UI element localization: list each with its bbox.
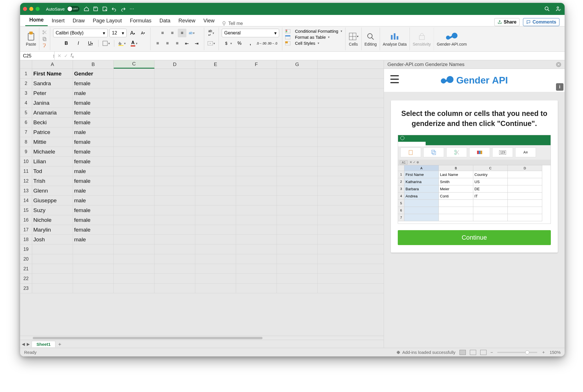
cell[interactable]: Peter bbox=[32, 88, 73, 98]
cell[interactable]: First Name bbox=[32, 69, 73, 78]
autosave-toggle[interactable]: OFF bbox=[67, 6, 80, 12]
cell[interactable] bbox=[114, 79, 155, 88]
cell[interactable] bbox=[114, 225, 155, 234]
cancel-icon[interactable]: ✕ bbox=[57, 53, 61, 59]
cell[interactable] bbox=[236, 254, 277, 264]
row-header[interactable]: 13 bbox=[20, 186, 32, 195]
cell[interactable] bbox=[155, 79, 195, 88]
cell[interactable] bbox=[155, 186, 195, 195]
close-icon[interactable]: ✕ bbox=[556, 62, 561, 67]
cell[interactable] bbox=[195, 166, 236, 176]
cell[interactable] bbox=[114, 205, 155, 215]
cell[interactable] bbox=[32, 264, 73, 273]
row-header[interactable]: 7 bbox=[20, 127, 32, 137]
cell[interactable] bbox=[236, 108, 277, 117]
format-painter-icon[interactable] bbox=[42, 43, 47, 48]
cell[interactable] bbox=[195, 157, 236, 166]
cell[interactable]: male bbox=[73, 127, 114, 137]
cell[interactable] bbox=[155, 274, 195, 283]
cell[interactable]: Patrice bbox=[32, 127, 73, 137]
cell[interactable] bbox=[277, 215, 318, 225]
cell[interactable]: female bbox=[73, 147, 114, 156]
tab-page-layout[interactable]: Page Layout bbox=[89, 15, 126, 26]
bold-icon[interactable]: B bbox=[62, 39, 71, 48]
cell[interactable] bbox=[155, 264, 195, 273]
cell[interactable] bbox=[277, 254, 318, 264]
cell[interactable] bbox=[236, 176, 277, 186]
gender-api-ribbon[interactable]: Gender-API.com bbox=[434, 28, 470, 50]
tab-data[interactable]: Data bbox=[155, 15, 174, 26]
editing-group[interactable]: Editing bbox=[362, 28, 380, 50]
col-header-D[interactable]: D bbox=[155, 60, 195, 69]
cell[interactable] bbox=[236, 274, 277, 283]
cell[interactable]: male bbox=[73, 88, 114, 98]
cell[interactable] bbox=[236, 166, 277, 176]
cell[interactable] bbox=[114, 98, 155, 108]
cell[interactable]: Giuseppe bbox=[32, 196, 73, 205]
cell[interactable] bbox=[277, 108, 318, 117]
copy-icon[interactable] bbox=[42, 36, 47, 41]
cell[interactable] bbox=[277, 137, 318, 147]
comments-button[interactable]: Comments bbox=[523, 18, 559, 26]
tab-view[interactable]: View bbox=[199, 15, 219, 26]
cell[interactable] bbox=[195, 118, 236, 127]
continue-button[interactable]: Continue bbox=[398, 230, 551, 245]
row-header[interactable]: 22 bbox=[20, 274, 32, 283]
cell[interactable]: Michaele bbox=[32, 147, 73, 156]
row-header[interactable]: 5 bbox=[20, 108, 32, 117]
cell[interactable] bbox=[195, 274, 236, 283]
cell[interactable] bbox=[195, 147, 236, 156]
hscrollbar[interactable] bbox=[20, 336, 384, 340]
sheet-tab[interactable]: Sheet1 bbox=[32, 341, 55, 347]
cell-styles[interactable]: Cell Styles bbox=[285, 41, 319, 46]
wrap-text-icon[interactable]: ab↵ bbox=[207, 29, 216, 37]
cell[interactable] bbox=[155, 176, 195, 186]
cell[interactable] bbox=[277, 205, 318, 215]
row-header[interactable]: 14 bbox=[20, 196, 32, 205]
cell[interactable] bbox=[114, 274, 155, 283]
search-icon[interactable] bbox=[544, 6, 550, 12]
cell[interactable] bbox=[195, 205, 236, 215]
shrink-font-icon[interactable]: A▾ bbox=[139, 29, 147, 37]
cell[interactable]: Sandra bbox=[32, 79, 73, 88]
cell[interactable] bbox=[195, 225, 236, 234]
tab-home[interactable]: Home bbox=[25, 15, 48, 26]
cell[interactable] bbox=[236, 147, 277, 156]
comma-icon[interactable]: , bbox=[246, 39, 255, 48]
cell[interactable] bbox=[236, 157, 277, 166]
cell[interactable] bbox=[236, 196, 277, 205]
cell[interactable]: female bbox=[73, 137, 114, 147]
cell[interactable] bbox=[114, 147, 155, 156]
cell[interactable] bbox=[195, 196, 236, 205]
cell[interactable] bbox=[155, 284, 195, 293]
cell[interactable] bbox=[32, 274, 73, 283]
share-button[interactable]: Share bbox=[494, 18, 520, 26]
cell[interactable] bbox=[277, 166, 318, 176]
info-icon[interactable]: i bbox=[556, 83, 563, 91]
cell[interactable] bbox=[73, 284, 114, 293]
view-normal-icon[interactable] bbox=[460, 350, 466, 355]
cell[interactable] bbox=[114, 186, 155, 195]
cell[interactable] bbox=[236, 205, 277, 215]
percent-icon[interactable]: % bbox=[235, 39, 244, 48]
cell[interactable] bbox=[236, 186, 277, 195]
cell[interactable] bbox=[114, 235, 155, 244]
cell[interactable] bbox=[73, 244, 114, 254]
cell[interactable] bbox=[277, 98, 318, 108]
cell[interactable] bbox=[195, 79, 236, 88]
cell[interactable] bbox=[32, 244, 73, 254]
row-header[interactable]: 23 bbox=[20, 284, 32, 293]
sheet-nav-prev[interactable]: ◀ bbox=[22, 342, 25, 346]
size-select[interactable]: 12▾ bbox=[109, 29, 127, 37]
cell[interactable] bbox=[236, 98, 277, 108]
cell[interactable] bbox=[155, 215, 195, 225]
row-header[interactable]: 21 bbox=[20, 264, 32, 273]
row-header[interactable]: 15 bbox=[20, 205, 32, 215]
cell[interactable] bbox=[277, 264, 318, 273]
col-header-F[interactable]: F bbox=[236, 60, 277, 69]
cell[interactable] bbox=[155, 235, 195, 244]
cell[interactable] bbox=[155, 98, 195, 108]
redo-icon[interactable] bbox=[120, 6, 126, 12]
cell[interactable] bbox=[236, 118, 277, 127]
orientation-icon[interactable]: ab bbox=[188, 29, 196, 37]
